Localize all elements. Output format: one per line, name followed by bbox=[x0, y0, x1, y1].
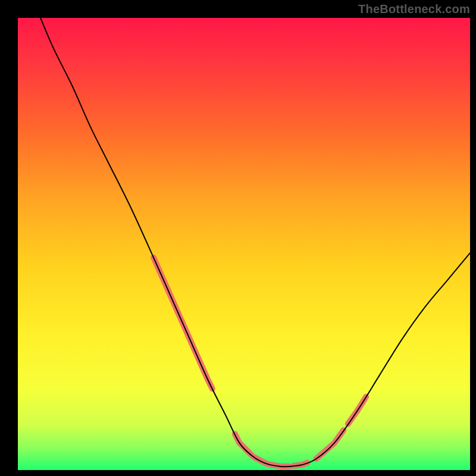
bottleneck-chart-svg bbox=[18, 18, 470, 470]
plot-canvas bbox=[18, 18, 470, 470]
chart-root: TheBottleneck.com bbox=[0, 0, 476, 476]
watermark-text: TheBottleneck.com bbox=[358, 2, 470, 16]
svg-rect-0 bbox=[18, 18, 470, 470]
